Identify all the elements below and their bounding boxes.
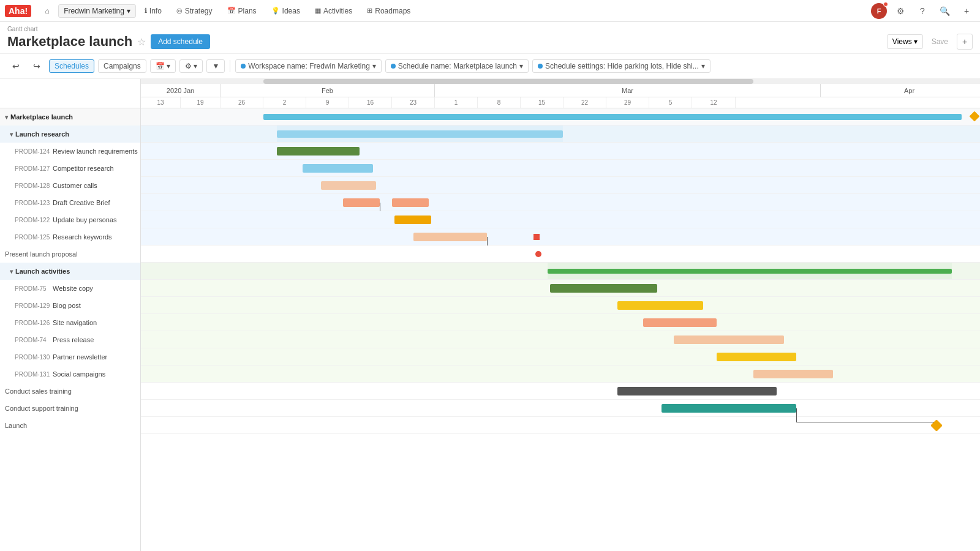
chevron-down-icon: ▾	[701, 62, 705, 70]
gantt-row-conduct-support	[141, 400, 980, 417]
favorite-star-icon[interactable]: ☆	[137, 36, 146, 48]
add-schedule-button[interactable]: Add schedule	[151, 34, 210, 49]
roadmaps-icon: ⊞	[367, 7, 372, 15]
sidebar-item-conduct-sales[interactable]: Conduct sales training	[0, 383, 140, 400]
sidebar-item-prodm-128[interactable]: PRODM-128 Customer calls	[0, 177, 140, 194]
avatar[interactable]: F	[871, 3, 887, 19]
diamond-marketplace-end	[970, 111, 980, 122]
search-icon[interactable]: 🔍	[936, 2, 953, 20]
bar-prodm-122	[394, 216, 431, 224]
nav-plans[interactable]: 📅 Plans	[221, 4, 263, 18]
undo-icon[interactable]: ↩	[7, 58, 24, 75]
sidebar-item-launch-research[interactable]: ▾ Launch research	[0, 126, 140, 143]
gantt-row-prodm-123	[141, 194, 980, 211]
sidebar-item-launch[interactable]: Launch	[0, 417, 140, 434]
chevron-down-icon: ▾	[127, 7, 130, 15]
workspace-selector[interactable]: Fredwin Marketing ▾	[58, 4, 136, 18]
task-label: Partner newsletter	[53, 353, 107, 361]
schedules-tab[interactable]: Schedules	[49, 59, 94, 73]
sidebar-item-prodm-74[interactable]: PRODM-74 Press release	[0, 331, 140, 348]
sidebar-item-marketplace-launch[interactable]: ▾ Marketplace launch	[0, 108, 140, 126]
nav-info[interactable]: ℹ Info	[138, 4, 168, 18]
task-id: PRODM-75	[15, 285, 50, 292]
task-id: PRODM-131	[15, 371, 50, 378]
milestone-label: Conduct support training	[5, 405, 78, 412]
gantt-row-present-launch	[141, 246, 980, 263]
gantt-row-launch	[141, 417, 980, 434]
settings-filter-select[interactable]: Schedule settings: Hide parking lots, Hi…	[532, 59, 710, 73]
add-icon[interactable]: +	[958, 2, 975, 20]
sidebar-item-prodm-127[interactable]: PRODM-127 Competitor research	[0, 160, 140, 177]
workspace-filter-select[interactable]: Workspace name: Fredwin Marketing ▾	[235, 59, 382, 73]
task-id: PRODM-74	[15, 337, 50, 343]
campaigns-tab[interactable]: Campaigns	[98, 59, 146, 73]
task-label: Update buy personas	[53, 216, 117, 223]
chevron-down-icon: ▾	[914, 37, 918, 46]
bar-prodm-75	[550, 284, 657, 293]
week-13: 13	[141, 97, 181, 108]
schedule-filter-select[interactable]: Schedule name: Marketplace launch ▾	[385, 59, 529, 73]
sidebar: ▾ Marketplace launch ▾ Launch research P…	[0, 79, 141, 551]
save-button[interactable]: Save	[927, 35, 953, 48]
home-icon[interactable]: ⌂	[39, 2, 56, 20]
subgroup-label: Launch research	[15, 130, 69, 138]
nav-info-label: Info	[149, 7, 162, 15]
title-row: Marketplace launch ☆ Add schedule Views …	[7, 34, 973, 50]
filter-button[interactable]: ▼	[206, 59, 225, 73]
bar-prodm-125	[413, 233, 487, 241]
toolbar-divider	[230, 60, 230, 72]
filter-dot2	[391, 64, 396, 69]
milestone-label: Present launch proposal	[5, 250, 78, 258]
nav-right: F ⚙ ? 🔍 +	[871, 2, 975, 20]
nav-roadmaps-label: Roadmaps	[375, 7, 410, 15]
nav-activities[interactable]: ▦ Activities	[309, 4, 358, 18]
bar-prodm-129	[617, 301, 703, 310]
week-23: 23	[392, 97, 435, 108]
sidebar-item-prodm-75[interactable]: PRODM-75 Website copy	[0, 280, 140, 297]
task-id: PRODM-124	[15, 148, 50, 155]
sidebar-item-prodm-130[interactable]: PRODM-130 Partner newsletter	[0, 348, 140, 365]
workspace-name: Fredwin Marketing	[64, 7, 124, 15]
views-button[interactable]: Views ▾	[887, 34, 923, 49]
nav-ideas-label: Ideas	[282, 7, 300, 15]
gantt-row-prodm-128	[141, 177, 980, 194]
month-mar: Mar	[435, 84, 821, 97]
week-16: 16	[349, 97, 392, 108]
gantt-row-prodm-124	[141, 143, 980, 160]
sidebar-item-conduct-support[interactable]: Conduct support training	[0, 400, 140, 417]
week-2: 2	[263, 97, 306, 108]
week-8: 8	[478, 97, 521, 108]
info-icon: ℹ	[145, 7, 147, 15]
plans-icon: 📅	[227, 7, 236, 15]
settings-icon[interactable]: ⚙	[892, 2, 909, 20]
sidebar-item-launch-activities[interactable]: ▾ Launch activities	[0, 263, 140, 280]
sidebar-item-prodm-126[interactable]: PRODM-126 Site navigation	[0, 314, 140, 331]
gantt-row-launch-research	[141, 126, 980, 143]
date-picker-button[interactable]: 📅 ▾	[150, 59, 176, 73]
filter-dot	[241, 64, 246, 69]
sidebar-item-prodm-124[interactable]: PRODM-124 Review launch requirements	[0, 143, 140, 160]
chevron-down-icon: ▾	[372, 62, 376, 70]
gantt-row-prodm-127	[141, 160, 980, 177]
sidebar-item-prodm-123[interactable]: PRODM-123 Draft Creative Brief	[0, 194, 140, 211]
gantt-row-prodm-122	[141, 211, 980, 228]
sidebar-item-prodm-129[interactable]: PRODM-129 Blog post	[0, 297, 140, 314]
bar-launch-activities	[548, 269, 952, 274]
subgroup-label: Launch activities	[15, 268, 70, 275]
sidebar-item-present-launch[interactable]: Present launch proposal	[0, 246, 140, 263]
gantt-row-prodm-129	[141, 297, 980, 314]
sidebar-item-prodm-125[interactable]: PRODM-125 Research keywords	[0, 228, 140, 246]
nav-strategy[interactable]: ◎ Strategy	[170, 4, 219, 18]
help-icon[interactable]: ?	[914, 2, 931, 20]
nav-roadmaps[interactable]: ⊞ Roadmaps	[361, 4, 417, 18]
logo[interactable]: Aha!	[5, 5, 31, 17]
settings-button[interactable]: ⚙ ▾	[179, 59, 203, 73]
redo-icon[interactable]: ↪	[28, 58, 45, 75]
sidebar-item-prodm-131[interactable]: PRODM-131 Social campaigns	[0, 365, 140, 383]
more-options-button[interactable]: +	[957, 34, 973, 50]
nav-ideas[interactable]: 💡 Ideas	[265, 4, 306, 18]
bar-prodm-123-1	[343, 198, 380, 207]
gantt-chart-area[interactable]: 2020 Jan Feb Mar Apr 13 19 26 2 9 16 23 …	[141, 79, 980, 551]
views-label: Views	[892, 37, 912, 46]
sidebar-item-prodm-122[interactable]: PRODM-122 Update buy personas	[0, 211, 140, 228]
